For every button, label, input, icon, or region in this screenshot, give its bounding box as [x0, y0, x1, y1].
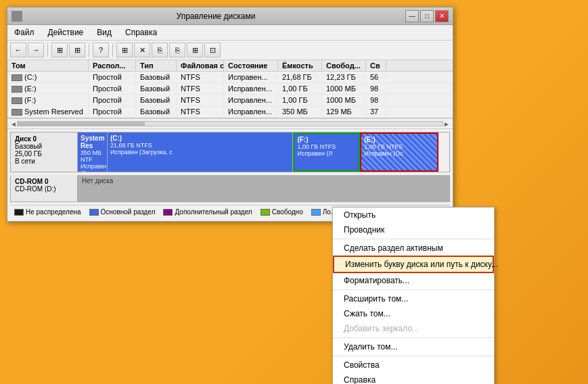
disk0-row: Диск 0 Базовый 25,00 ГБ В сети System Re…	[10, 132, 450, 172]
cdrom0-drive: CD-ROM (D:)	[15, 185, 73, 193]
toolbar-sep-1	[47, 43, 48, 57]
menu-action[interactable]: Действие	[44, 26, 88, 39]
horizontal-scrollbar[interactable]: ◄ ►	[7, 118, 453, 129]
toolbar: ← → ⊞ ⊞ ? ⊞ ✕ ⎘ ⎘ ⊞ ⊡	[7, 41, 453, 60]
cell-fs-e: NTFS	[177, 83, 224, 94]
disk0-type: Базовый	[15, 143, 73, 150]
tool-btn-2[interactable]: ⎘	[152, 43, 168, 57]
col-free: Свобод...	[322, 60, 366, 71]
cell-type-e: Базовый	[136, 83, 177, 94]
cell-free-c: 12,23 ГБ	[322, 72, 366, 82]
legend-extended: Дополнительный раздел	[163, 208, 252, 216]
table-row[interactable]: (F:) Простой Базовый NTFS Исправлен... 1…	[7, 95, 453, 106]
ctx-properties[interactable]: Свойства	[333, 358, 494, 373]
ctx-extend[interactable]: Расширить том...	[333, 291, 494, 306]
cell-volume-e: (E:)	[7, 83, 89, 94]
cell-cap-f: 1,00 ГБ	[278, 95, 322, 105]
legend-primary: Основной раздел	[89, 208, 156, 216]
cell-free-sr: 129 МБ	[322, 106, 366, 117]
ctx-format[interactable]: Форматировать...	[333, 273, 494, 288]
menu-file[interactable]: Файл	[10, 26, 39, 39]
legend-unallocated: Не распределена	[14, 208, 81, 216]
legend-color-unallocated	[14, 209, 24, 216]
disk0-partitions: System Res 350 МБ NTF Исправен (З (C:) 2…	[78, 132, 450, 172]
cell-loc-sr: Простой	[89, 106, 136, 117]
ctx-change-letter[interactable]: Изменить букву диска или путь к диску...	[333, 256, 494, 273]
cell-type-sr: Базовый	[136, 106, 177, 117]
ctx-sep-4	[333, 356, 494, 356]
legend-label-unallocated: Не распределена	[26, 208, 81, 216]
ctx-explorer[interactable]: Проводник	[333, 222, 494, 237]
ctx-open[interactable]: Открыть	[333, 208, 494, 222]
table-row[interactable]: System Reserved Простой Базовый NTFS Исп…	[7, 106, 453, 118]
ctx-sep-1	[333, 239, 494, 239]
toolbar-sep-3	[112, 43, 113, 57]
menu-bar: Файл Действие Вид Справка	[7, 25, 453, 41]
col-type: Тип	[136, 60, 177, 71]
partition-e[interactable]: (E:) 1,00 ГБ NTFS Исправен (Ос	[360, 133, 438, 172]
legend-color-free	[261, 209, 270, 216]
legend-color-extended	[163, 209, 173, 216]
menu-view[interactable]: Вид	[93, 26, 116, 39]
tool-btn-4[interactable]: ⊞	[187, 43, 203, 57]
table-header: Том Распол... Тип Файловая с... Состояни…	[7, 60, 453, 72]
partition-c[interactable]: (C:) 21,68 ГБ NTFS Исправен (Загрузка, с	[108, 133, 294, 172]
cell-cap-sr: 350 МБ	[278, 106, 322, 117]
disk0-name: Диск 0	[15, 135, 73, 143]
cell-loc-c: Простой	[89, 72, 136, 82]
cell-pct-f: 98	[366, 95, 386, 105]
tool-btn-5[interactable]: ⊡	[204, 43, 221, 57]
minimize-button[interactable]: —	[405, 10, 419, 22]
cell-free-f: 1000 МБ	[322, 95, 366, 105]
disk0-status: В сети	[15, 158, 73, 165]
menu-help[interactable]: Справка	[121, 26, 161, 39]
window-controls: — □ ✕	[405, 10, 449, 22]
legend-label-extended: Дополнительный раздел	[175, 208, 252, 216]
delete-button[interactable]: ✕	[134, 43, 150, 57]
cell-free-e: 1000 МБ	[322, 83, 366, 94]
cell-cap-e: 1,00 ГБ	[278, 83, 322, 94]
forward-button[interactable]: →	[28, 43, 44, 57]
cdrom0-name: CD-ROM 0	[15, 178, 73, 185]
cell-status-e: Исправлен...	[224, 83, 278, 94]
cell-type-c: Базовый	[136, 72, 177, 82]
back-button[interactable]: ←	[10, 43, 26, 57]
disk0-label: Диск 0 Базовый 25,00 ГБ В сети	[10, 132, 78, 172]
ctx-sep-3	[333, 337, 494, 338]
ctx-activate[interactable]: Сделать раздел активным	[333, 241, 494, 256]
ctx-shrink[interactable]: Сжать том...	[333, 306, 494, 321]
cell-status-sr: Исправлен...	[224, 106, 278, 117]
cell-fs-f: NTFS	[177, 95, 224, 105]
table-row[interactable]: (C:) Простой Базовый NTFS Исправен... 21…	[7, 72, 453, 83]
volume-table: Том Распол... Тип Файловая с... Состояни…	[7, 60, 453, 118]
tool-btn-3[interactable]: ⎘	[169, 43, 185, 57]
view-btn-2[interactable]: ⊞	[69, 43, 85, 57]
cell-status-c: Исправен...	[224, 72, 278, 82]
window-title: Управление дисками	[26, 11, 405, 21]
cell-volume-sr: System Reserved	[7, 106, 89, 117]
help-button[interactable]: ?	[93, 43, 109, 57]
close-button[interactable]: ✕	[435, 10, 449, 22]
scrollbar-thumb[interactable]	[18, 122, 145, 126]
app-icon	[12, 11, 22, 22]
toolbar-sep-2	[89, 43, 89, 57]
tool-btn-1[interactable]: ⊞	[116, 43, 133, 57]
view-btn-1[interactable]: ⊞	[51, 43, 68, 57]
legend-label-free: Свободно	[272, 208, 303, 216]
legend-free: Свободно	[261, 208, 303, 216]
scrollbar-track[interactable]	[17, 121, 443, 126]
col-status: Состояние	[224, 60, 278, 71]
table-body: (C:) Простой Базовый NTFS Исправен... 21…	[7, 72, 453, 118]
partition-sysres[interactable]: System Res 350 МБ NTF Исправен (З	[78, 133, 108, 172]
main-window: Управление дисками — □ ✕ Файл Действие В…	[7, 7, 453, 222]
maximize-button[interactable]: □	[420, 10, 434, 22]
cell-fs-c: NTFS	[177, 72, 224, 82]
cdrom0-partition: Нет диска	[78, 175, 450, 202]
ctx-help[interactable]: Справка	[333, 373, 494, 384]
col-fs: Файловая с...	[177, 60, 224, 71]
disk0-size: 25,00 ГБ	[15, 150, 73, 158]
partition-f[interactable]: (F:) 1,00 ГБ NTFS Исправен (Л	[293, 133, 360, 172]
table-row[interactable]: (E:) Простой Базовый NTFS Исправлен... 1…	[7, 83, 453, 95]
cell-pct-c: 56	[366, 72, 386, 82]
ctx-delete[interactable]: Удалить том...	[333, 339, 494, 354]
